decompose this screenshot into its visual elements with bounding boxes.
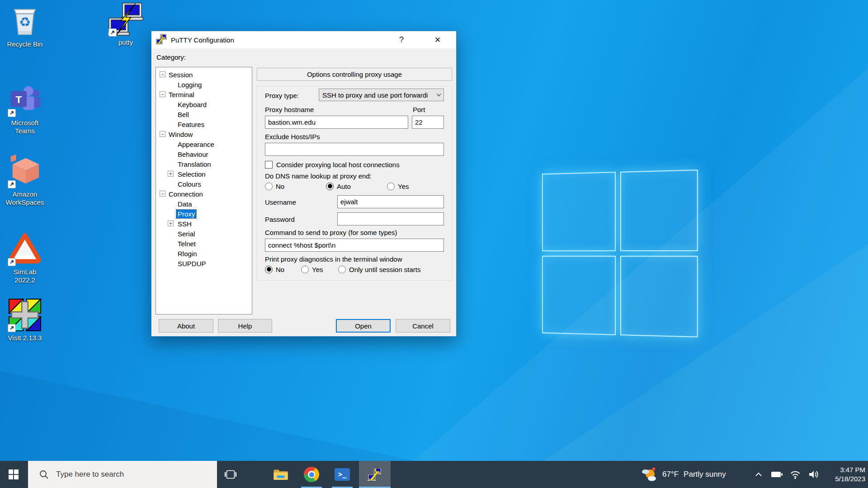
dns-radio-yes[interactable]: Yes <box>387 182 409 191</box>
desktop-icon-microsoft-teams[interactable]: T Microsoft Teams <box>1 82 49 135</box>
dns-radio-auto[interactable]: Auto <box>326 182 351 191</box>
tree-item-selection[interactable]: Selection <box>156 169 252 179</box>
taskbar-putty-active[interactable] <box>359 461 391 488</box>
radio-circle[interactable] <box>387 183 395 190</box>
tray-show-hidden-icons[interactable] <box>750 461 767 488</box>
desktop-icon-label: Microsoft Teams <box>2 119 47 135</box>
simlab-icon <box>7 231 42 267</box>
category-tree: Session Logging Terminal Keyboard Bell F… <box>156 67 252 314</box>
password-input[interactable] <box>337 212 444 225</box>
proxy-type-label: Proxy type: <box>265 92 299 99</box>
collapse-icon[interactable] <box>160 71 165 77</box>
tree-item-keyboard[interactable]: Keyboard <box>156 99 252 109</box>
search-input[interactable] <box>55 469 193 479</box>
cancel-button[interactable]: Cancel <box>396 319 450 333</box>
windows-logo <box>542 169 698 337</box>
about-button[interactable]: About <box>159 319 213 333</box>
tree-item-session[interactable]: Session <box>156 70 252 80</box>
chevron-up-icon <box>754 470 763 479</box>
radio-circle[interactable] <box>265 266 273 273</box>
clock-date: 5/18/2023 <box>820 474 865 483</box>
tree-item-rlogin[interactable]: Rlogin <box>156 249 252 258</box>
tree-item-translation[interactable]: Translation <box>156 159 252 169</box>
taskbar-search[interactable] <box>28 461 217 488</box>
port-input[interactable] <box>412 116 444 129</box>
desktop-icon-putty[interactable]: putty <box>103 2 148 47</box>
dialog-titlebar[interactable]: PuTTY Configuration ? ✕ <box>151 31 456 48</box>
expand-icon[interactable] <box>168 171 174 177</box>
tree-item-behaviour[interactable]: Behaviour <box>156 149 252 159</box>
desktop-icon-simlab[interactable]: SimLab 2022.2 <box>1 231 49 284</box>
tree-item-connection[interactable]: Connection <box>156 189 252 199</box>
tray-network[interactable] <box>787 461 804 488</box>
windows-logo-pane <box>620 169 698 251</box>
username-label: Username <box>265 198 296 206</box>
tree-item-logging[interactable]: Logging <box>156 80 252 89</box>
tree-item-proxy[interactable]: Proxy <box>156 209 252 219</box>
taskbar-file-explorer[interactable] <box>267 461 295 488</box>
diagnostics-radio-only-until[interactable]: Only until session starts <box>338 265 420 274</box>
proxy-hostname-input[interactable] <box>265 116 408 129</box>
shortcut-arrow-icon <box>8 109 16 117</box>
chrome-icon <box>304 467 319 482</box>
radio-circle[interactable] <box>301 266 309 273</box>
shortcut-arrow-icon <box>8 180 16 188</box>
tree-item-serial[interactable]: Serial <box>156 229 252 239</box>
tree-item-ssh[interactable]: SSH <box>156 219 252 229</box>
collapse-icon[interactable] <box>160 131 165 137</box>
chevron-down-icon <box>436 93 441 97</box>
start-button[interactable] <box>0 461 27 488</box>
weather-icon <box>641 466 657 483</box>
desktop-icon-recycle-bin[interactable]: ♻ Recycle Bin <box>1 4 49 48</box>
taskbar-weather[interactable]: 67°F Partly sunny <box>641 461 745 488</box>
tree-item-colours[interactable]: Colours <box>156 179 252 189</box>
tree-item-telnet[interactable]: Telnet <box>156 239 252 249</box>
desktop-icon-label: VisIt 2.13.3 <box>8 334 42 342</box>
shortcut-arrow-icon <box>8 324 16 332</box>
diagnostics-label: Print proxy diagnostics in the terminal … <box>265 255 402 263</box>
powershell-icon: >_ <box>335 468 350 481</box>
tray-clock[interactable]: 3:47 PM 5/18/2023 <box>820 465 865 483</box>
expand-icon[interactable] <box>168 221 174 226</box>
task-view-icon <box>225 469 236 480</box>
proxy-type-dropdown[interactable]: SSH to proxy and use port forwardi <box>319 89 444 101</box>
weather-condition: Partly sunny <box>684 470 726 479</box>
exclude-hosts-input[interactable] <box>265 143 444 156</box>
tree-item-appearance[interactable]: Appearance <box>156 139 252 149</box>
recycle-bin-icon: ♻ <box>7 4 42 39</box>
open-button[interactable]: Open <box>336 319 391 333</box>
workspaces-icon <box>7 154 42 189</box>
proxy-command-label: Command to send to proxy (for some types… <box>265 229 397 236</box>
diagnostics-radio-no[interactable]: No <box>265 265 284 274</box>
radio-circle[interactable] <box>265 183 273 190</box>
tree-item-window[interactable]: Window <box>156 129 252 139</box>
collapse-icon[interactable] <box>160 191 165 197</box>
username-input[interactable] <box>337 195 444 208</box>
taskbar-chrome[interactable] <box>297 461 326 488</box>
dns-radio-no[interactable]: No <box>265 182 284 191</box>
help-button-bottom[interactable]: Help <box>218 319 272 333</box>
desktop-icon-visit[interactable]: VisIt 2.13.3 <box>1 297 49 342</box>
windows-start-icon <box>9 469 19 479</box>
taskbar-powershell[interactable]: >_ <box>328 461 356 488</box>
consider-proxying-checkbox[interactable]: Consider proxying local host connections <box>265 160 400 169</box>
tree-item-terminal[interactable]: Terminal <box>156 89 252 99</box>
exclude-hosts-label: Exclude Hosts/IPs <box>265 133 320 141</box>
putty-config-icon <box>156 34 167 46</box>
checkbox-box[interactable] <box>265 161 273 169</box>
radio-circle[interactable] <box>326 183 334 190</box>
collapse-icon[interactable] <box>160 91 165 97</box>
task-view-button[interactable] <box>218 461 243 488</box>
help-button[interactable]: ? <box>391 31 412 48</box>
tree-item-features[interactable]: Features <box>156 119 252 129</box>
tree-item-data[interactable]: Data <box>156 199 252 209</box>
desktop-screen: ♻ Recycle Bin putty <box>0 0 868 488</box>
tree-item-bell[interactable]: Bell <box>156 109 252 119</box>
tree-item-supdup[interactable]: SUPDUP <box>156 258 252 268</box>
diagnostics-radio-yes[interactable]: Yes <box>301 265 323 274</box>
tray-battery[interactable] <box>768 461 786 488</box>
desktop-icon-amazon-workspaces[interactable]: Amazon WorkSpaces <box>1 154 49 206</box>
proxy-command-input[interactable] <box>265 239 444 252</box>
radio-circle[interactable] <box>338 266 346 273</box>
close-button[interactable]: ✕ <box>427 31 448 48</box>
